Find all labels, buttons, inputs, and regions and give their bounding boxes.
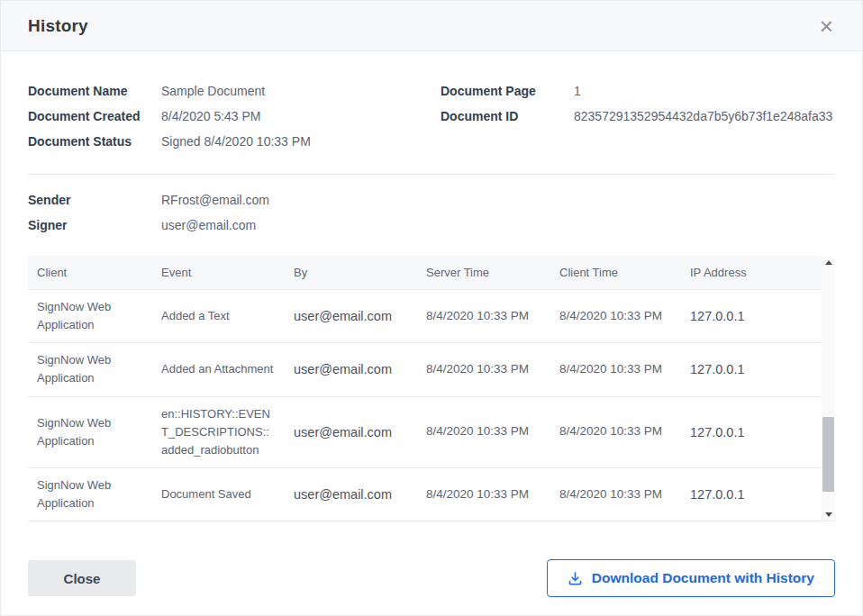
meta-row-document-name: Document Name Sample Document <box>28 84 441 109</box>
sender-value: RFrost@email.com <box>161 193 269 207</box>
download-button-label: Download Document with History <box>592 570 814 586</box>
sender-label: Sender <box>28 193 161 207</box>
document-meta: Document Name Sample Document Document C… <box>28 84 835 159</box>
column-header-client: Client <box>28 266 152 279</box>
meta-label: Document Created <box>28 109 161 123</box>
cell-server-time: 8/4/2020 10:33 PM <box>417 352 550 387</box>
cell-by: user@email.com <box>285 476 417 512</box>
scrollbar-down-icon[interactable] <box>822 508 835 521</box>
history-table: Client Event By Server Time Client Time … <box>28 256 822 521</box>
column-header-by: By <box>285 266 417 279</box>
scrollbar-thumb[interactable] <box>822 417 834 492</box>
parties-section: Sender RFrost@email.com Signer user@emai… <box>28 193 835 243</box>
cell-client: SignNow Web Application <box>28 406 152 458</box>
document-page-value: 1 <box>574 84 581 98</box>
meta-label: Document ID <box>441 109 574 123</box>
sender-row: Sender RFrost@email.com <box>28 193 835 218</box>
cell-by: user@email.com <box>285 351 417 387</box>
download-document-with-history-button[interactable]: Download Document with History <box>547 559 835 597</box>
cell-event: Added an Attachment <box>152 352 285 386</box>
cell-client-time: 8/4/2020 10:33 PM <box>550 299 681 334</box>
arrow-down-icon <box>825 512 832 517</box>
meta-label: Document Page <box>441 84 574 98</box>
cell-client: SignNow Web Application <box>28 290 152 342</box>
document-id-value: 82357291352954432da7b5y6b73f1e248afa33 <box>574 109 832 123</box>
meta-row-document-created: Document Created 8/4/2020 5:43 PM <box>28 109 441 134</box>
document-status-value: Signed 8/4/2020 10:33 PM <box>161 134 311 149</box>
divider <box>28 174 835 175</box>
cell-ip-address: 127.0.0.1 <box>681 476 822 512</box>
meta-row-document-page: Document Page 1 <box>441 84 835 109</box>
signer-row: Signer user@email.com <box>28 218 835 243</box>
meta-label: Document Status <box>28 134 161 149</box>
close-icon[interactable]: × <box>816 13 837 40</box>
cell-client: SignNow Web Application <box>28 468 152 521</box>
column-header-ip-address: IP Address <box>681 266 822 279</box>
meta-row-document-id: Document ID 82357291352954432da7b5y6b73f… <box>441 109 835 134</box>
history-modal: History × Document Name Sample Document … <box>0 0 863 616</box>
arrow-up-icon <box>825 260 832 265</box>
meta-row-document-status: Document Status Signed 8/4/2020 10:33 PM <box>28 134 441 159</box>
signer-value: user@email.com <box>161 218 256 232</box>
modal-footer: Close Download Document with History <box>1 559 862 615</box>
cell-client-time: 8/4/2020 10:33 PM <box>550 414 681 449</box>
cell-ip-address: 127.0.0.1 <box>681 298 822 334</box>
cell-event: Document Saved <box>152 477 285 512</box>
table-row: SignNow Web Application Added a Text use… <box>28 290 822 343</box>
scrollbar-track[interactable] <box>822 268 835 508</box>
table-body: SignNow Web Application Added a Text use… <box>28 290 822 521</box>
cell-by: user@email.com <box>285 298 417 334</box>
table-header-row: Client Event By Server Time Client Time … <box>28 256 822 290</box>
scrollbar-up-icon[interactable] <box>822 256 835 268</box>
close-button[interactable]: Close <box>28 560 136 596</box>
cell-event: en::HISTORY::EVENT_DESCRIPTIONS::added_r… <box>152 397 285 467</box>
cell-client-time: 8/4/2020 10:33 PM <box>550 352 681 387</box>
document-created-value: 8/4/2020 5:43 PM <box>161 109 261 123</box>
cell-event: Added a Text <box>152 299 285 333</box>
cell-server-time: 8/4/2020 10:33 PM <box>417 477 550 512</box>
cell-client: SignNow Web Application <box>28 343 152 395</box>
cell-ip-address: 127.0.0.1 <box>681 414 822 450</box>
cell-ip-address: 127.0.0.1 <box>681 351 822 387</box>
modal-title: History <box>28 16 88 36</box>
column-header-client-time: Client Time <box>550 266 681 279</box>
meta-right-column: Document Page 1 Document ID 823572913529… <box>441 84 835 159</box>
column-header-event: Event <box>152 266 285 279</box>
cell-server-time: 8/4/2020 10:33 PM <box>417 414 550 449</box>
cell-client-time: 8/4/2020 10:33 PM <box>550 477 681 512</box>
history-table-wrap: Client Event By Server Time Client Time … <box>28 256 835 521</box>
table-row: SignNow Web Application Added an Attachm… <box>28 343 822 396</box>
cell-server-time: 8/4/2020 10:33 PM <box>417 299 550 334</box>
meta-label: Document Name <box>28 84 161 98</box>
table-row: SignNow Web Application Document Saved u… <box>28 468 822 521</box>
modal-body: Document Name Sample Document Document C… <box>1 51 862 559</box>
cell-by: user@email.com <box>285 414 417 450</box>
table-row: SignNow Web Application en::HISTORY::EVE… <box>28 397 822 468</box>
table-scrollbar[interactable] <box>822 256 835 521</box>
signer-label: Signer <box>28 218 161 232</box>
modal-header: History × <box>1 1 862 51</box>
column-header-server-time: Server Time <box>417 266 550 279</box>
document-name-value: Sample Document <box>161 84 265 98</box>
meta-left-column: Document Name Sample Document Document C… <box>28 84 441 159</box>
download-icon <box>568 571 583 586</box>
